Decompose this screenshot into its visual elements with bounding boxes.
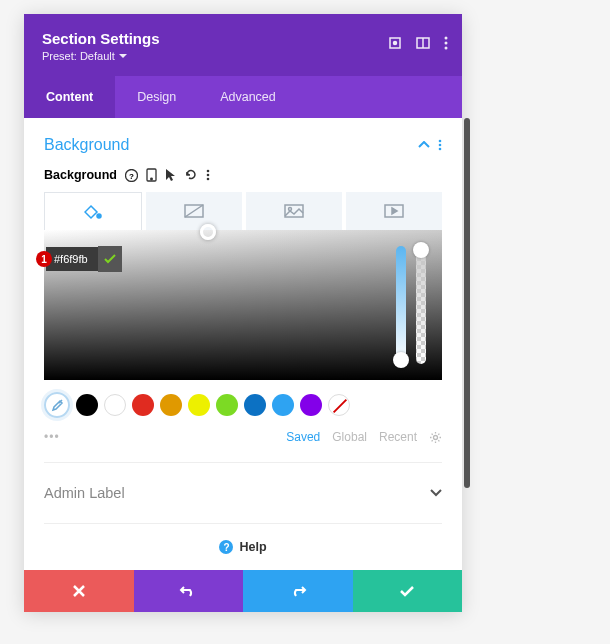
cancel-button[interactable] [24, 570, 134, 612]
close-icon [72, 584, 86, 598]
chevron-down-icon [430, 489, 442, 497]
tab-image[interactable] [246, 192, 342, 230]
settings-panel: Section Settings Preset: Default Content… [24, 14, 462, 612]
chevron-down-icon [119, 54, 127, 59]
tab-video[interactable] [346, 192, 442, 230]
swatch-purple[interactable] [300, 394, 322, 416]
gear-icon[interactable] [429, 431, 442, 444]
svg-point-5 [445, 42, 448, 45]
section-title-background[interactable]: Background [44, 136, 129, 154]
more-vertical-icon[interactable] [206, 169, 210, 181]
eyedropper-icon [50, 398, 64, 412]
annotation-badge: 1 [36, 251, 52, 267]
hex-input[interactable] [46, 247, 98, 271]
svg-point-16 [207, 178, 210, 181]
tab-color[interactable] [44, 192, 142, 230]
admin-label-section[interactable]: Admin Label [44, 463, 442, 524]
svg-point-22 [434, 435, 438, 439]
device-icon[interactable] [146, 168, 157, 182]
preset-dropdown[interactable]: Preset: Default [42, 50, 444, 62]
palette-saved[interactable]: Saved [286, 430, 320, 444]
question-icon[interactable]: ? [125, 169, 138, 182]
background-type-tabs [44, 192, 442, 230]
help-button[interactable]: ? Help [44, 524, 442, 570]
check-icon [104, 254, 116, 264]
alpha-thumb[interactable] [413, 242, 429, 258]
svg-point-1 [394, 42, 397, 45]
undo-icon [179, 584, 197, 598]
more-vertical-icon[interactable] [438, 139, 442, 151]
panel-header: Section Settings Preset: Default [24, 14, 462, 76]
scrollbar[interactable] [464, 118, 470, 488]
svg-point-20 [289, 208, 292, 211]
color-picker: 1 [44, 230, 442, 463]
swatch-row [44, 380, 442, 428]
svg-point-15 [207, 174, 210, 177]
question-icon: ? [219, 540, 233, 554]
svg-point-4 [445, 37, 448, 40]
cursor-icon[interactable] [165, 168, 176, 182]
tab-design[interactable]: Design [115, 76, 198, 118]
panel-body: Background Background ? [24, 118, 462, 570]
more-horizontal-icon[interactable]: ••• [44, 430, 60, 444]
swatch-black[interactable] [76, 394, 98, 416]
alpha-slider[interactable] [416, 246, 426, 364]
panel-footer [24, 570, 462, 612]
svg-point-9 [439, 148, 442, 151]
redo-button[interactable] [243, 570, 353, 612]
svg-point-8 [439, 144, 442, 147]
swatch-blue[interactable] [272, 394, 294, 416]
tab-gradient[interactable] [146, 192, 242, 230]
image-icon [284, 204, 304, 218]
palette-global[interactable]: Global [332, 430, 367, 444]
swatch-white[interactable] [104, 394, 126, 416]
palette-recent[interactable]: Recent [379, 430, 417, 444]
hue-slider[interactable] [396, 246, 406, 364]
preset-label: Preset: Default [42, 50, 115, 62]
hue-thumb[interactable] [393, 352, 409, 368]
svg-text:?: ? [129, 171, 134, 180]
tab-content[interactable]: Content [24, 76, 115, 118]
background-group-label: Background [44, 168, 117, 182]
gradient-icon [184, 204, 204, 218]
eyedropper-button[interactable] [44, 392, 70, 418]
main-tabs: Content Design Advanced [24, 76, 462, 118]
admin-label-title: Admin Label [44, 485, 125, 501]
confirm-button[interactable] [353, 570, 463, 612]
swatch-green[interactable] [216, 394, 238, 416]
saturation-field[interactable]: 1 [44, 230, 442, 380]
swatch-none[interactable] [328, 394, 350, 416]
video-icon [384, 204, 404, 218]
hex-confirm-button[interactable] [98, 246, 122, 272]
swatch-orange[interactable] [160, 394, 182, 416]
svg-point-14 [207, 170, 210, 173]
redo-icon [289, 584, 307, 598]
reset-icon[interactable] [184, 168, 198, 182]
swatch-cyan[interactable] [244, 394, 266, 416]
expand-icon[interactable] [388, 36, 402, 50]
swatch-red[interactable] [132, 394, 154, 416]
collapse-icon[interactable] [418, 141, 430, 149]
swatch-yellow[interactable] [188, 394, 210, 416]
tab-advanced[interactable]: Advanced [198, 76, 298, 118]
undo-button[interactable] [134, 570, 244, 612]
panel-title: Section Settings [42, 30, 444, 47]
svg-point-13 [151, 178, 153, 180]
more-vertical-icon[interactable] [444, 36, 448, 50]
color-fill-icon [84, 204, 102, 220]
svg-point-6 [445, 47, 448, 50]
help-label: Help [239, 540, 266, 554]
check-icon [399, 585, 415, 597]
picker-cursor[interactable] [200, 224, 216, 240]
svg-point-7 [439, 140, 442, 143]
background-option-row: Background ? [44, 168, 442, 182]
svg-point-17 [97, 214, 101, 218]
columns-icon[interactable] [416, 36, 430, 50]
